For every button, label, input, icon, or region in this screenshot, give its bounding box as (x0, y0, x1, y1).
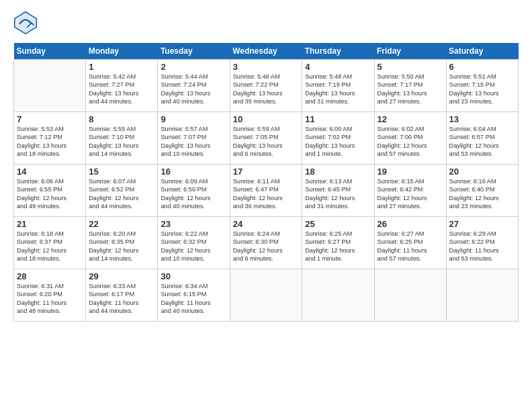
calendar-cell: 3Sunrise: 5:46 AM Sunset: 7:22 PM Daylig… (230, 60, 302, 112)
calendar-cell: 22Sunrise: 6:20 AM Sunset: 6:35 PM Dayli… (86, 217, 158, 269)
calendar-cell: 6Sunrise: 5:51 AM Sunset: 7:15 PM Daylig… (446, 60, 518, 112)
calendar-cell (14, 60, 86, 112)
calendar-cell: 5Sunrise: 5:50 AM Sunset: 7:17 PM Daylig… (374, 60, 446, 112)
day-number: 25 (305, 219, 371, 229)
day-number: 12 (378, 114, 443, 124)
day-number: 7 (17, 114, 83, 124)
day-info: Sunrise: 6:00 AM Sunset: 7:02 PM Dayligh… (305, 125, 371, 158)
day-number: 23 (161, 219, 226, 229)
calendar-cell: 1Sunrise: 5:42 AM Sunset: 7:27 PM Daylig… (86, 60, 158, 112)
day-info: Sunrise: 6:29 AM Sunset: 6:22 PM Dayligh… (449, 230, 515, 263)
day-number: 13 (449, 114, 515, 124)
calendar-cell: 8Sunrise: 5:55 AM Sunset: 7:10 PM Daylig… (86, 112, 158, 165)
day-info: Sunrise: 5:59 AM Sunset: 7:05 PM Dayligh… (233, 125, 300, 158)
calendar-cell: 12Sunrise: 6:02 AM Sunset: 7:00 PM Dayli… (374, 112, 446, 165)
calendar-cell: 18Sunrise: 6:13 AM Sunset: 6:45 PM Dayli… (302, 165, 374, 217)
calendar-cell: 10Sunrise: 5:59 AM Sunset: 7:05 PM Dayli… (230, 112, 302, 165)
day-info: Sunrise: 5:42 AM Sunset: 7:27 PM Dayligh… (89, 73, 154, 106)
day-number: 3 (233, 62, 300, 72)
col-sunday: Sunday (14, 43, 86, 60)
calendar-body: 1Sunrise: 5:42 AM Sunset: 7:27 PM Daylig… (14, 60, 519, 322)
day-info: Sunrise: 5:55 AM Sunset: 7:10 PM Dayligh… (89, 125, 154, 158)
day-info: Sunrise: 6:34 AM Sunset: 6:15 PM Dayligh… (161, 282, 226, 316)
day-info: Sunrise: 5:46 AM Sunset: 7:22 PM Dayligh… (233, 73, 300, 106)
day-info: Sunrise: 6:27 AM Sunset: 6:25 PM Dayligh… (378, 230, 443, 263)
day-number: 1 (89, 62, 154, 72)
day-number: 2 (161, 62, 226, 72)
calendar-cell: 23Sunrise: 6:22 AM Sunset: 6:32 PM Dayli… (158, 217, 230, 269)
day-info: Sunrise: 6:13 AM Sunset: 6:45 PM Dayligh… (305, 177, 371, 211)
day-info: Sunrise: 6:15 AM Sunset: 6:42 PM Dayligh… (378, 177, 443, 211)
calendar-week-row: 28Sunrise: 6:31 AM Sunset: 6:20 PM Dayli… (14, 269, 519, 322)
day-number: 10 (233, 114, 300, 124)
calendar-cell: 15Sunrise: 6:07 AM Sunset: 6:52 PM Dayli… (86, 165, 158, 217)
day-number: 27 (449, 219, 515, 229)
day-info: Sunrise: 6:16 AM Sunset: 6:40 PM Dayligh… (449, 177, 515, 211)
day-info: Sunrise: 5:48 AM Sunset: 7:19 PM Dayligh… (305, 73, 371, 106)
col-wednesday: Wednesday (230, 43, 302, 60)
day-number: 20 (449, 167, 515, 177)
day-number: 9 (161, 114, 226, 124)
col-friday: Friday (374, 43, 446, 60)
day-number: 30 (161, 271, 226, 281)
calendar-cell (374, 269, 446, 322)
day-info: Sunrise: 6:04 AM Sunset: 6:57 PM Dayligh… (449, 125, 515, 158)
calendar-cell: 21Sunrise: 6:18 AM Sunset: 6:37 PM Dayli… (14, 217, 86, 269)
calendar-cell: 4Sunrise: 5:48 AM Sunset: 7:19 PM Daylig… (302, 60, 374, 112)
day-number: 11 (305, 114, 371, 124)
day-info: Sunrise: 5:51 AM Sunset: 7:15 PM Dayligh… (449, 73, 515, 106)
day-number: 6 (449, 62, 515, 72)
day-info: Sunrise: 5:53 AM Sunset: 7:12 PM Dayligh… (17, 125, 83, 158)
calendar-cell: 7Sunrise: 5:53 AM Sunset: 7:12 PM Daylig… (14, 112, 86, 165)
page-container: Sunday Monday Tuesday Wednesday Thursday… (0, 0, 532, 328)
day-number: 29 (89, 271, 154, 281)
col-monday: Monday (86, 43, 158, 60)
day-number: 22 (89, 219, 154, 229)
day-info: Sunrise: 6:22 AM Sunset: 6:32 PM Dayligh… (161, 230, 226, 263)
calendar-table: Sunday Monday Tuesday Wednesday Thursday… (13, 43, 519, 322)
day-info: Sunrise: 5:57 AM Sunset: 7:07 PM Dayligh… (161, 125, 226, 158)
logo-icon (13, 11, 38, 35)
day-number: 19 (378, 167, 443, 177)
day-info: Sunrise: 6:33 AM Sunset: 6:17 PM Dayligh… (89, 282, 154, 316)
calendar-cell: 2Sunrise: 5:44 AM Sunset: 7:24 PM Daylig… (158, 60, 230, 112)
day-number: 15 (89, 167, 154, 177)
calendar-cell: 9Sunrise: 5:57 AM Sunset: 7:07 PM Daylig… (158, 112, 230, 165)
day-number: 16 (161, 167, 226, 177)
calendar-cell: 25Sunrise: 6:25 AM Sunset: 6:27 PM Dayli… (302, 217, 374, 269)
calendar-header-row: Sunday Monday Tuesday Wednesday Thursday… (14, 43, 519, 60)
col-tuesday: Tuesday (158, 43, 230, 60)
calendar-cell: 17Sunrise: 6:11 AM Sunset: 6:47 PM Dayli… (230, 165, 302, 217)
day-info: Sunrise: 6:07 AM Sunset: 6:52 PM Dayligh… (89, 177, 154, 211)
calendar-cell: 13Sunrise: 6:04 AM Sunset: 6:57 PM Dayli… (446, 112, 518, 165)
calendar-cell: 19Sunrise: 6:15 AM Sunset: 6:42 PM Dayli… (374, 165, 446, 217)
day-number: 28 (17, 271, 83, 281)
day-info: Sunrise: 5:50 AM Sunset: 7:17 PM Dayligh… (378, 73, 443, 106)
day-number: 4 (305, 62, 371, 72)
calendar-cell: 27Sunrise: 6:29 AM Sunset: 6:22 PM Dayli… (446, 217, 518, 269)
calendar-week-row: 7Sunrise: 5:53 AM Sunset: 7:12 PM Daylig… (14, 112, 519, 165)
day-number: 24 (233, 219, 300, 229)
calendar-cell: 16Sunrise: 6:09 AM Sunset: 6:50 PM Dayli… (158, 165, 230, 217)
calendar-cell: 24Sunrise: 6:24 AM Sunset: 6:30 PM Dayli… (230, 217, 302, 269)
calendar-cell: 28Sunrise: 6:31 AM Sunset: 6:20 PM Dayli… (14, 269, 86, 322)
day-info: Sunrise: 6:20 AM Sunset: 6:35 PM Dayligh… (89, 230, 154, 263)
calendar-cell: 26Sunrise: 6:27 AM Sunset: 6:25 PM Dayli… (374, 217, 446, 269)
day-info: Sunrise: 6:11 AM Sunset: 6:47 PM Dayligh… (233, 177, 300, 211)
day-number: 17 (233, 167, 300, 177)
logo (13, 11, 40, 35)
day-number: 5 (378, 62, 443, 72)
calendar-week-row: 21Sunrise: 6:18 AM Sunset: 6:37 PM Dayli… (14, 217, 519, 269)
col-thursday: Thursday (302, 43, 374, 60)
day-number: 18 (305, 167, 371, 177)
col-saturday: Saturday (446, 43, 518, 60)
day-number: 21 (17, 219, 83, 229)
calendar-cell (302, 269, 374, 322)
calendar-cell: 11Sunrise: 6:00 AM Sunset: 7:02 PM Dayli… (302, 112, 374, 165)
day-info: Sunrise: 6:25 AM Sunset: 6:27 PM Dayligh… (305, 230, 371, 263)
calendar-cell: 30Sunrise: 6:34 AM Sunset: 6:15 PM Dayli… (158, 269, 230, 322)
calendar-cell (446, 269, 518, 322)
day-info: Sunrise: 6:02 AM Sunset: 7:00 PM Dayligh… (378, 125, 443, 158)
calendar-cell: 20Sunrise: 6:16 AM Sunset: 6:40 PM Dayli… (446, 165, 518, 217)
header (13, 11, 519, 35)
